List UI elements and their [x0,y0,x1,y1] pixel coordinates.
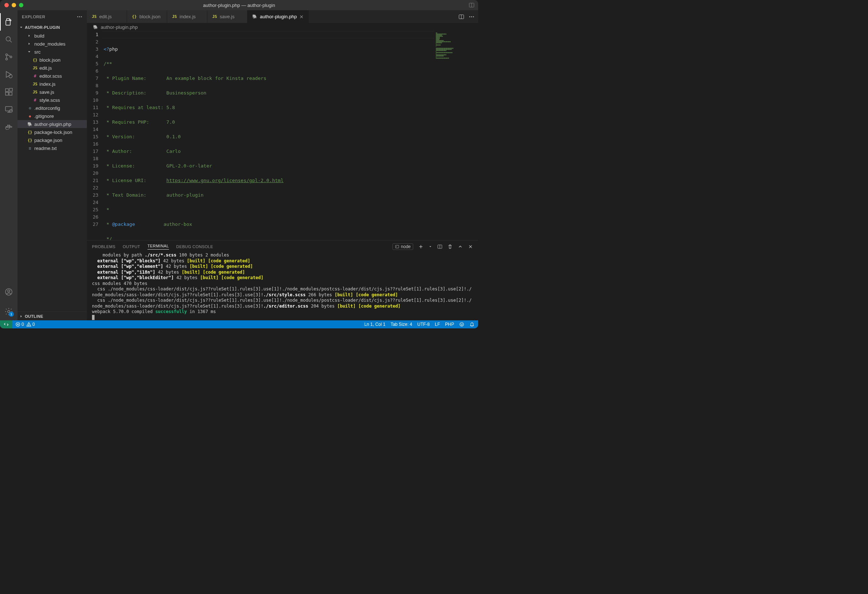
activity-bar: 1 [0,10,18,320]
panel-tab-terminal[interactable]: TERMINAL [148,244,169,249]
split-terminal-icon[interactable] [437,244,442,249]
file-package-lock-json[interactable]: {}package-lock.json [18,128,87,136]
close-panel-icon[interactable] [468,244,473,249]
editor-more-icon[interactable] [469,14,474,20]
explorer-activity-icon[interactable] [0,13,18,31]
tab-label: block.json [139,14,161,19]
source-control-activity-icon[interactable] [0,48,18,66]
docker-activity-icon[interactable] [0,118,18,136]
project-section-header[interactable]: AUTHOR-PLUGIN [18,23,87,32]
svg-point-5 [6,54,8,56]
file-label: .editorconfig [34,105,60,111]
cursor-position-status[interactable]: Ln 1, Col 1 [364,322,385,327]
json-icon: {} [27,138,33,143]
warnings-status[interactable]: 0 [26,322,35,327]
chevron-down-icon [27,50,33,54]
js-icon: JS [32,82,38,87]
language-status[interactable]: PHP [445,322,454,327]
close-tab-icon[interactable] [299,14,304,19]
tab-block-json[interactable]: {}block.json [127,10,167,23]
folder-node-modules[interactable]: node_modules [18,40,87,48]
file-package-json[interactable]: {}package.json [18,136,87,144]
run-debug-activity-icon[interactable] [0,66,18,83]
scss-icon: # [32,98,38,103]
tab-label: author-plugin.php [260,14,297,19]
svg-point-32 [469,16,471,17]
terminal-shell-name: node [401,244,410,249]
terminal-cursor [92,315,94,320]
file-readme-txt[interactable]: ≡readme.txt [18,144,87,152]
remote-explorer-activity-icon[interactable] [0,101,18,118]
breadcrumb-file: author-plugin.php [101,24,137,30]
file-label: style.scss [40,97,60,103]
tab-edit-js[interactable]: JSedit.js [87,10,127,23]
js-icon: JS [32,90,38,94]
minimap[interactable]: ▓▓▓▓▓▓▓▓▓▓▓▓▓▓▓▓▓▓▓▓▓▓▓▓▓▓▓▓▓▓▓▓▓▓▓▓▓▓▓▓… [434,31,478,240]
layout-toggle-icon[interactable] [469,2,474,8]
svg-point-27 [81,16,82,17]
svg-rect-9 [6,88,8,91]
extensions-activity-icon[interactable] [0,83,18,101]
tab-size-status[interactable]: Tab Size: 4 [391,322,412,327]
svg-rect-10 [6,92,8,95]
encoding-status[interactable]: UTF-8 [417,322,430,327]
chevron-down-icon [19,25,25,29]
feedback-icon[interactable] [459,322,464,327]
tab-save-js[interactable]: JSsave.js [207,10,248,23]
settings-activity-icon[interactable]: 1 [0,303,18,320]
php-icon: 🐘 [252,14,258,19]
file-style-scss[interactable]: #style.scss [18,96,87,104]
file-author-plugin-php[interactable]: 🐘author-plugin.php [18,120,87,128]
file-index-js[interactable]: JSindex.js [18,80,87,88]
explorer-more-icon[interactable] [77,14,83,20]
panel-tabs: PROBLEMS OUTPUT TERMINAL DEBUG CONSOLE n… [87,240,478,252]
editor-group: JSedit.js {}block.json JSindex.js JSsave… [87,10,478,320]
tab-index-js[interactable]: JSindex.js [167,10,207,23]
file-editorconfig[interactable]: ⚙.editorconfig [18,104,87,112]
kill-terminal-icon[interactable] [447,244,453,249]
php-icon: 🐘 [27,122,33,127]
file-gitignore[interactable]: ◆.gitignore [18,112,87,120]
code-content[interactable]: <?php /** * Plugin Name: An example bloc… [104,31,434,240]
split-editor-icon[interactable] [458,14,464,20]
file-label: package.json [34,137,62,143]
file-edit-js[interactable]: JSedit.js [18,64,87,72]
file-save-js[interactable]: JSsave.js [18,88,87,96]
terminal-dropdown-icon[interactable] [428,245,432,249]
search-activity-icon[interactable] [0,31,18,48]
terminal-shell-selector[interactable]: node [393,243,413,250]
terminal-output[interactable]: modules by path ./src/*.scss 100 bytes 2… [87,252,478,320]
svg-line-4 [10,40,12,42]
remote-indicator[interactable] [0,320,12,329]
maximize-panel-icon[interactable] [458,244,463,249]
errors-status[interactable]: 0 [15,322,24,327]
panel-tab-debug-console[interactable]: DEBUG CONSOLE [176,245,213,249]
outline-title: OUTLINE [25,314,43,318]
file-block-json[interactable]: {}block.json [18,56,87,64]
chevron-right-icon [27,41,33,46]
code-editor[interactable]: 1234567891011121314151617181920212223242… [87,31,434,240]
folder-label: node_modules [34,41,65,47]
svg-point-6 [6,58,8,60]
folder-src[interactable]: src [18,48,87,56]
folder-label: src [34,49,40,55]
accounts-activity-icon[interactable] [0,283,18,301]
new-terminal-icon[interactable] [418,244,424,249]
eol-status[interactable]: LF [435,322,440,327]
svg-point-33 [471,16,472,17]
panel-tab-problems[interactable]: PROBLEMS [92,245,115,249]
file-editor-scss[interactable]: #editor.scss [18,72,87,80]
tab-author-plugin-php[interactable]: 🐘 author-plugin.php [248,10,309,23]
breadcrumb[interactable]: 🐘 author-plugin.php [87,23,478,31]
outline-section-header[interactable]: OUTLINE [18,312,87,320]
json-icon: {} [131,14,137,19]
file-label: edit.js [40,65,52,71]
svg-point-25 [77,16,78,17]
warning-count: 0 [32,322,35,327]
panel-tab-output[interactable]: OUTPUT [123,245,140,249]
folder-build[interactable]: build [18,32,87,40]
svg-rect-11 [9,92,12,95]
notifications-icon[interactable] [469,322,474,327]
git-icon: ◆ [27,114,33,119]
svg-rect-12 [9,88,12,91]
